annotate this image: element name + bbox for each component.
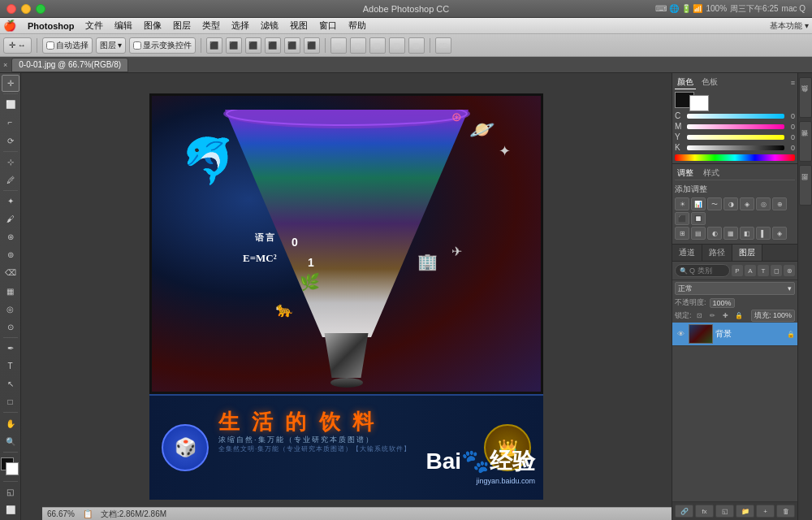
k-slider[interactable] bbox=[687, 145, 784, 150]
channels-tab[interactable]: 通道 bbox=[672, 245, 702, 261]
align-top-btn[interactable]: ⬛ bbox=[265, 37, 281, 54]
blend-mode-select[interactable]: 正常 ▾ bbox=[675, 282, 795, 295]
color-spectrum[interactable] bbox=[675, 154, 795, 161]
y-slider[interactable] bbox=[687, 135, 784, 140]
menu-window[interactable]: 窗口 bbox=[314, 19, 342, 32]
hue-sat-btn[interactable]: ◎ bbox=[756, 197, 771, 210]
align-center-btn[interactable]: ⬛ bbox=[226, 37, 242, 54]
close-button[interactable] bbox=[6, 4, 16, 14]
rtab-color[interactable]: 颜色 bbox=[799, 77, 812, 118]
menu-edit[interactable]: 编辑 bbox=[110, 19, 137, 32]
blur-tool[interactable]: ◎ bbox=[2, 301, 19, 318]
c-slider[interactable] bbox=[687, 114, 784, 119]
crop-tool[interactable]: ⊹ bbox=[2, 154, 19, 171]
rtab-layers[interactable]: 图层 bbox=[799, 165, 812, 206]
layer-item-background[interactable]: 👁 背景 🔒 bbox=[672, 323, 797, 346]
filter-pixel-btn[interactable]: P bbox=[732, 265, 743, 276]
pen-tool[interactable]: ✒ bbox=[2, 340, 19, 357]
selective-color-btn[interactable]: ◈ bbox=[772, 227, 787, 240]
add-mask-btn[interactable]: ◱ bbox=[715, 505, 734, 518]
menu-file[interactable]: 文件 bbox=[80, 19, 108, 32]
paths-tab[interactable]: 路径 bbox=[702, 245, 732, 261]
add-style-btn[interactable]: fx bbox=[695, 505, 714, 518]
fill-value[interactable]: 填充: 100% bbox=[751, 310, 795, 322]
background-swatch[interactable] bbox=[689, 95, 709, 111]
delete-layer-btn[interactable]: 🗑 bbox=[776, 505, 795, 518]
opacity-value[interactable]: 100% bbox=[710, 298, 735, 308]
vibrance-btn[interactable]: ◈ bbox=[740, 197, 754, 210]
color-balance-btn[interactable]: ⊕ bbox=[772, 197, 787, 210]
quick-select-tool[interactable]: ⟳ bbox=[2, 132, 19, 149]
distribute-space-btn[interactable]: ▥ bbox=[369, 37, 386, 54]
dodge-tool[interactable]: ⊙ bbox=[2, 318, 19, 336]
invert-btn[interactable]: ◐ bbox=[707, 227, 722, 240]
menu-select[interactable]: 选择 bbox=[227, 19, 254, 32]
healing-brush-tool[interactable]: ✦ bbox=[2, 193, 19, 210]
lock-position-btn[interactable]: ✚ bbox=[720, 310, 732, 322]
photo-filter-btn[interactable]: 🔲 bbox=[691, 212, 706, 225]
menu-photoshop[interactable]: Photoshop bbox=[23, 20, 79, 32]
styles-tab[interactable]: 样式 bbox=[701, 167, 722, 180]
align-right-btn[interactable]: ⬛ bbox=[245, 37, 261, 54]
color-picker[interactable] bbox=[1, 457, 20, 476]
maximize-button[interactable] bbox=[36, 4, 45, 14]
color-tab[interactable]: 颜色 bbox=[675, 76, 696, 89]
menu-type[interactable]: 类型 bbox=[197, 19, 225, 32]
menu-layer[interactable]: 图层 bbox=[168, 19, 196, 32]
clone-stamp-tool[interactable]: ⊛ bbox=[2, 228, 19, 245]
gradient-map-btn[interactable]: ▌ bbox=[756, 227, 771, 240]
posterize-btn[interactable]: ▦ bbox=[723, 227, 738, 240]
tab-close-x[interactable]: × bbox=[3, 61, 7, 69]
layers-search[interactable]: 🔍 Q 类别 bbox=[675, 264, 730, 277]
color-lookup-btn[interactable]: ▤ bbox=[691, 227, 706, 240]
move-tool[interactable]: ✛ bbox=[2, 75, 19, 92]
link-layers-btn[interactable]: 🔗 bbox=[675, 505, 693, 518]
menu-filter[interactable]: 滤镜 bbox=[256, 19, 283, 32]
adjustments-tab[interactable]: 调整 bbox=[675, 167, 696, 180]
color-panel-menu[interactable]: ≡ bbox=[791, 79, 795, 87]
lock-image-btn[interactable]: ✏ bbox=[707, 310, 719, 322]
3d-mode-btn[interactable]: 3D bbox=[435, 37, 451, 54]
m-slider[interactable] bbox=[687, 124, 784, 129]
minimize-button[interactable] bbox=[21, 4, 31, 14]
zoom-tool[interactable]: 🔍 bbox=[2, 433, 19, 450]
show-transform-checkbox[interactable]: 显示变换控件 bbox=[129, 37, 196, 54]
layer-select[interactable]: 图层 ▾ bbox=[96, 37, 126, 54]
distribute-space3-btn[interactable]: ▥ bbox=[408, 37, 425, 54]
distribute-h-btn[interactable]: ▥ bbox=[330, 37, 347, 54]
active-tab[interactable]: 0-0-01.jpg @ 66.7%(RGB/8) bbox=[11, 58, 128, 72]
distribute-v-btn[interactable]: ▥ bbox=[350, 37, 366, 54]
menu-help[interactable]: 帮助 bbox=[343, 19, 371, 32]
levels-btn[interactable]: 📊 bbox=[691, 197, 706, 210]
align-bottom-btn[interactable]: ⬛ bbox=[304, 37, 320, 54]
eyedropper-tool[interactable]: 🖉 bbox=[2, 171, 19, 188]
eraser-tool[interactable]: ⌫ bbox=[2, 264, 19, 281]
menu-image[interactable]: 图像 bbox=[139, 19, 166, 32]
text-tool[interactable]: T bbox=[2, 358, 19, 375]
lock-all-btn[interactable]: 🔒 bbox=[733, 310, 745, 322]
new-layer-btn[interactable]: + bbox=[756, 505, 775, 518]
quick-mask-tool[interactable]: ◱ bbox=[2, 483, 19, 500]
layer-visibility-icon[interactable]: 👁 bbox=[675, 328, 686, 340]
background-color[interactable] bbox=[6, 462, 19, 475]
new-group-btn[interactable]: 📁 bbox=[736, 505, 754, 518]
history-brush-tool[interactable]: ⊚ bbox=[2, 246, 19, 263]
filter-adjustment-btn[interactable]: A bbox=[745, 265, 756, 276]
brush-tool[interactable]: 🖌 bbox=[2, 210, 19, 228]
move-tool-icon[interactable]: ✛ ↔ bbox=[3, 37, 32, 54]
brightness-btn[interactable]: ☀ bbox=[675, 197, 689, 210]
auto-select-checkbox[interactable]: 自动选择 bbox=[42, 37, 93, 54]
filter-type-btn[interactable]: T bbox=[758, 265, 769, 276]
distribute-space2-btn[interactable]: ▥ bbox=[389, 37, 405, 54]
filter-smart-btn[interactable]: ⊛ bbox=[784, 265, 795, 276]
screen-mode-tool[interactable]: ⬜ bbox=[2, 501, 19, 518]
layers-tab[interactable]: 图层 bbox=[732, 245, 762, 261]
align-middle-btn[interactable]: ⬛ bbox=[284, 37, 300, 54]
threshold-btn[interactable]: ◧ bbox=[740, 227, 754, 240]
shape-tool[interactable]: □ bbox=[2, 393, 19, 410]
gradient-tool[interactable]: ▦ bbox=[2, 283, 19, 300]
path-selection-tool[interactable]: ↖ bbox=[2, 375, 19, 392]
curves-btn[interactable]: 〜 bbox=[707, 197, 722, 210]
filter-shape-btn[interactable]: ◻ bbox=[771, 265, 782, 276]
lasso-tool[interactable]: ⌐ bbox=[2, 114, 19, 131]
